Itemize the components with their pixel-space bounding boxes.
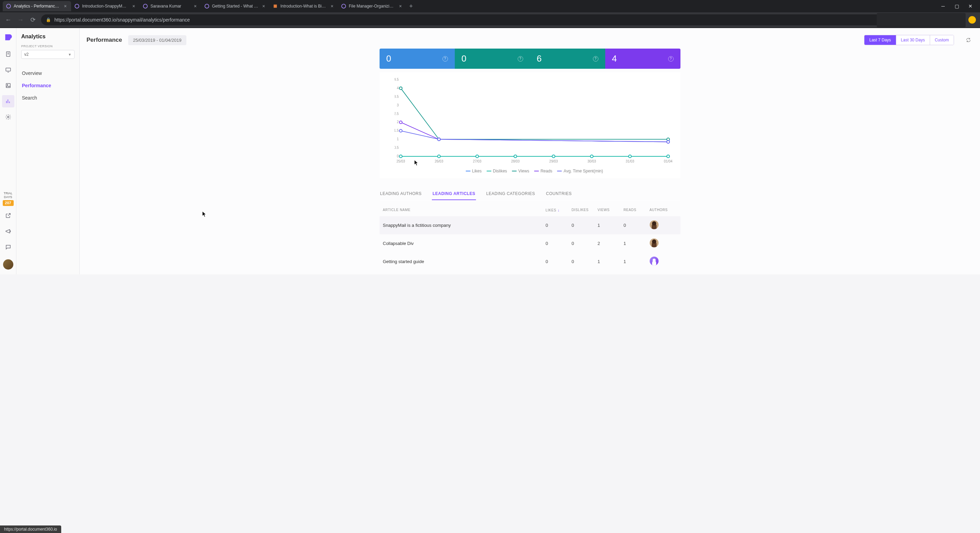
svg-text:3.5: 3.5 <box>395 95 399 99</box>
svg-point-42 <box>590 155 593 158</box>
range-7days[interactable]: Last 7 Days <box>864 35 896 45</box>
col-views[interactable]: VIEWS <box>598 208 624 212</box>
chevron-down-icon: ▼ <box>68 53 72 56</box>
maximize-button[interactable]: ▢ <box>950 1 964 11</box>
tab-bar: Analytics - Performance - [ snap… × Intr… <box>0 0 980 12</box>
trial-days: 207 <box>3 200 14 206</box>
page-header: Performance 25/03/2019 - 01/04/2019 Last… <box>80 34 980 49</box>
close-icon[interactable]: × <box>329 4 334 8</box>
tab-title: Getting Started - What is Servic… <box>212 4 259 8</box>
browser-tab-4[interactable]: Introduction-What is BizTalk… × <box>269 1 338 11</box>
svg-point-0 <box>6 4 11 8</box>
reload-button[interactable]: ⟳ <box>29 16 37 24</box>
d360-icon <box>6 4 11 8</box>
info-icon[interactable]: ? <box>518 56 523 62</box>
legend-item[interactable]: Likes <box>466 169 482 174</box>
browser-tab-0[interactable]: Analytics - Performance - [ snap… × <box>3 1 71 11</box>
version-select[interactable]: v2 ▼ <box>21 50 75 59</box>
kpi-card-2: 6 ? <box>530 49 605 69</box>
legend-label: Reads <box>541 169 552 174</box>
col-likes[interactable]: LIKES↓ <box>546 208 572 212</box>
col-reads[interactable]: READS <box>624 208 650 212</box>
browser-tab-1[interactable]: Introduction-SnappyMail is a fict… × <box>71 1 140 11</box>
rail-external-link[interactable] <box>2 209 14 222</box>
svg-text:1.5: 1.5 <box>395 129 399 132</box>
rail-user-avatar[interactable] <box>3 259 13 270</box>
range-30days[interactable]: Last 30 Days <box>896 35 930 45</box>
info-icon[interactable]: ? <box>442 56 448 62</box>
author-avatar <box>650 238 659 247</box>
main-content: Performance 25/03/2019 - 01/04/2019 Last… <box>80 28 980 274</box>
table-row[interactable]: Getting started guide0011 <box>380 252 681 271</box>
app-logo[interactable] <box>4 33 13 42</box>
d360-icon <box>75 4 80 8</box>
forward-button[interactable]: → <box>16 16 25 24</box>
info-icon[interactable]: ? <box>593 56 598 62</box>
close-icon[interactable]: × <box>63 4 68 8</box>
tab-leading-authors[interactable]: LEADING AUTHORS <box>380 188 423 200</box>
refresh-button[interactable] <box>964 35 973 45</box>
col-authors[interactable]: AUTHORS <box>650 208 677 212</box>
legend-swatch <box>487 171 492 171</box>
browser-chrome: Analytics - Performance - [ snap… × Intr… <box>0 0 980 28</box>
minimize-button[interactable]: ─ <box>936 1 950 11</box>
close-icon[interactable]: × <box>261 4 266 8</box>
svg-point-10 <box>7 116 9 118</box>
date-range-chip[interactable]: 25/03/2019 - 01/04/2019 <box>128 35 186 45</box>
url-input[interactable]: 🔒 https://portal.document360.io/snappyma… <box>41 14 964 25</box>
range-custom[interactable]: Custom <box>930 35 954 45</box>
close-icon[interactable]: × <box>131 4 136 8</box>
cell-views: 1 <box>598 259 624 264</box>
back-button[interactable]: ← <box>4 16 12 24</box>
legend-item[interactable]: Dislikes <box>487 169 507 174</box>
close-icon[interactable]: × <box>398 4 403 8</box>
sidebar-item-performance[interactable]: Performance <box>21 79 75 92</box>
legend-item[interactable]: Reads <box>534 169 552 174</box>
browser-tab-2[interactable]: Saravana Kumar × <box>140 1 201 11</box>
tab-leading-articles[interactable]: LEADING ARTICLES <box>432 188 476 200</box>
rail-analytics[interactable] <box>2 95 14 107</box>
new-tab-button[interactable]: + <box>406 2 416 11</box>
legend-item[interactable]: Avg. Time Spent(min) <box>557 169 603 174</box>
rail-settings[interactable] <box>2 111 14 123</box>
rail-docs[interactable] <box>2 48 14 60</box>
kpi-card-3: 4 ? <box>605 49 681 69</box>
legend-swatch <box>512 171 517 171</box>
close-icon[interactable]: × <box>193 4 198 8</box>
kpi-value: 4 <box>612 53 617 64</box>
sidebar-item-overview[interactable]: Overview <box>21 67 75 79</box>
svg-rect-7 <box>6 68 11 71</box>
rail-desktop[interactable] <box>2 64 14 76</box>
col-article-name[interactable]: ARTICLE NAME <box>383 208 546 212</box>
legend-item[interactable]: Views <box>512 169 529 174</box>
rail-chat[interactable] <box>2 241 14 253</box>
table-row[interactable]: Animated Sample - Rotate0022 <box>380 271 681 274</box>
rail-image[interactable] <box>2 79 14 92</box>
sidebar-item-search[interactable]: Search <box>21 92 75 104</box>
profile-avatar[interactable] <box>968 16 976 24</box>
browser-tab-3[interactable]: Getting Started - What is Servic… × <box>201 1 269 11</box>
kpi-value: 0 <box>387 53 391 64</box>
svg-rect-4 <box>274 5 277 8</box>
svg-point-1 <box>75 4 79 8</box>
table-row[interactable]: SnappyMail is a fictitious company0010 <box>380 216 681 235</box>
table-row[interactable]: Collapsable Div0021 <box>380 235 681 252</box>
svg-point-5 <box>342 4 346 8</box>
kpi-card-0: 0 ? <box>380 49 455 69</box>
legend-label: Dislikes <box>493 169 507 174</box>
range-toggle: Last 7 Days Last 30 Days Custom <box>864 35 954 45</box>
browser-tab-5[interactable]: File Manager-Organizing your fi… × <box>338 1 406 11</box>
cell-reads: 1 <box>624 241 650 246</box>
browser-popup-overlay <box>877 13 966 27</box>
tab-leading-categories[interactable]: LEADING CATEGORIES <box>485 188 536 200</box>
d360-icon <box>143 4 148 8</box>
close-window-button[interactable]: ✕ <box>964 1 977 11</box>
svg-text:0: 0 <box>397 154 399 158</box>
col-dislikes[interactable]: DISLIKES <box>572 208 598 212</box>
cell-likes: 0 <box>546 223 572 228</box>
rail-announce[interactable] <box>2 225 14 238</box>
svg-point-41 <box>552 155 555 158</box>
cell-author <box>650 238 677 248</box>
tab-countries[interactable]: COUNTRIES <box>546 188 573 200</box>
info-icon[interactable]: ? <box>668 56 674 62</box>
